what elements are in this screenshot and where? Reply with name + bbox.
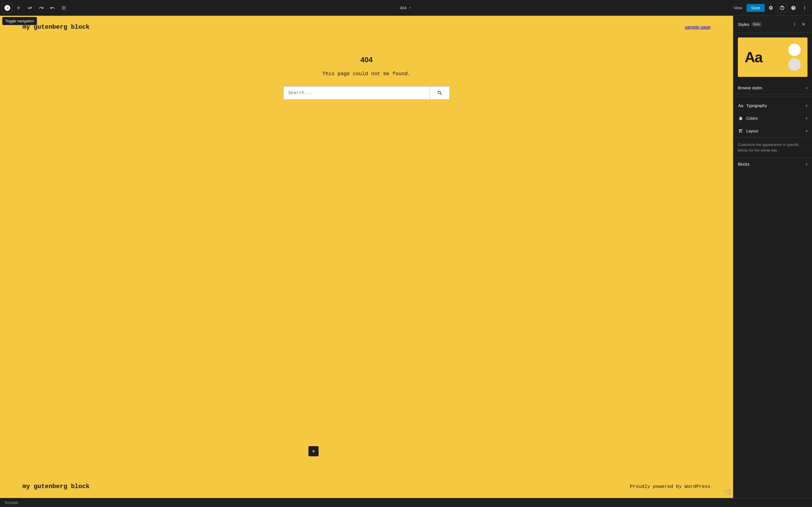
page-title-text: 404 bbox=[400, 6, 406, 10]
coord-y: 730 bbox=[726, 492, 731, 496]
more-options-icon bbox=[802, 5, 807, 10]
browse-styles-label: Browse styles bbox=[738, 86, 762, 90]
canvas-page: my gutenberg block sample page 404 This … bbox=[0, 16, 733, 498]
toolbar: 404 View Save bbox=[0, 0, 812, 16]
site-footer: my gutenberg block Proudly powered by Wo… bbox=[0, 475, 733, 498]
styles-panel: Styles Beta Aa Browse styles bbox=[733, 16, 812, 498]
colors-label: Colors bbox=[746, 116, 758, 121]
settings-button[interactable] bbox=[766, 3, 776, 13]
typography-chevron bbox=[806, 103, 808, 108]
blocks-label: Blocks bbox=[738, 162, 749, 166]
add-block-icon bbox=[311, 449, 316, 454]
panel-title-row: Styles Beta bbox=[738, 22, 762, 27]
customize-text: Customize the appearance of specific blo… bbox=[733, 137, 812, 158]
chevron-down-icon bbox=[408, 6, 412, 10]
panel-close-button[interactable] bbox=[800, 20, 808, 28]
droplet-icon bbox=[739, 116, 743, 121]
undo-icon bbox=[39, 5, 44, 10]
typography-label: Typography bbox=[746, 103, 767, 108]
search-form bbox=[283, 86, 450, 100]
close-icon bbox=[801, 22, 806, 26]
panel-more-icon bbox=[792, 22, 797, 26]
appearance-button[interactable] bbox=[777, 3, 787, 13]
search-input[interactable] bbox=[283, 86, 430, 100]
colors-option[interactable]: Colors bbox=[733, 112, 812, 124]
appearance-icon bbox=[779, 5, 784, 10]
error-code: 404 bbox=[360, 55, 372, 64]
more-options-button[interactable] bbox=[800, 3, 810, 13]
settings-icon bbox=[768, 5, 773, 10]
browse-styles-item[interactable]: Browse styles bbox=[733, 81, 812, 94]
typography-option-left: Aa Typography bbox=[738, 103, 767, 108]
toolbar-center: 404 bbox=[397, 4, 415, 12]
nav-sample-page[interactable]: sample page bbox=[684, 25, 711, 30]
main-area: my gutenberg block sample page 404 This … bbox=[0, 16, 812, 498]
colors-option-left: Colors bbox=[738, 116, 758, 121]
help-button[interactable] bbox=[788, 3, 799, 13]
colors-icon bbox=[738, 116, 744, 121]
status-bar: Template bbox=[0, 498, 812, 507]
preview-circle-1 bbox=[788, 44, 801, 56]
colors-chevron bbox=[806, 115, 808, 121]
layout-option[interactable]: Layout bbox=[733, 124, 812, 137]
footer-credit: Proudly powered by WordPress bbox=[630, 484, 711, 489]
help-icon bbox=[791, 5, 796, 10]
wp-logo-button[interactable] bbox=[2, 3, 12, 13]
view-button[interactable]: View bbox=[730, 4, 746, 12]
page-title-button[interactable]: 404 bbox=[397, 4, 415, 12]
document-overview-icon bbox=[61, 5, 66, 10]
blocks-chevron bbox=[806, 161, 808, 167]
template-label: Template bbox=[4, 501, 18, 505]
add-icon bbox=[16, 5, 21, 10]
save-button[interactable]: Save bbox=[747, 4, 765, 12]
wp-logo-icon bbox=[4, 4, 11, 11]
tools-button[interactable] bbox=[25, 3, 35, 13]
canvas-area: my gutenberg block sample page 404 This … bbox=[0, 16, 733, 498]
redo-button[interactable] bbox=[47, 3, 57, 13]
toggle-nav-tooltip: Toggle navigation bbox=[2, 17, 37, 25]
svg-rect-2 bbox=[739, 129, 742, 130]
layout-chevron bbox=[806, 128, 808, 134]
layout-option-left: Layout bbox=[738, 129, 758, 133]
document-overview-button[interactable] bbox=[59, 3, 69, 13]
add-block-toolbar-button[interactable] bbox=[13, 3, 24, 13]
toolbar-right: View Save bbox=[730, 3, 810, 13]
layout-label: Layout bbox=[746, 129, 758, 133]
preview-circles bbox=[788, 44, 801, 71]
panel-divider-1 bbox=[733, 97, 812, 97]
panel-header-actions bbox=[791, 20, 808, 28]
add-block-canvas-button[interactable] bbox=[308, 446, 319, 456]
panel-title: Styles bbox=[738, 22, 749, 27]
layout-svg-icon bbox=[739, 129, 743, 133]
search-icon bbox=[437, 90, 443, 96]
browse-styles-chevron bbox=[806, 85, 808, 91]
site-header: my gutenberg block sample page bbox=[0, 16, 733, 39]
tools-icon bbox=[28, 5, 33, 10]
site-nav: sample page bbox=[684, 25, 711, 30]
style-preview: Aa bbox=[738, 38, 808, 77]
page-content: 404 This page could not be found. bbox=[0, 39, 733, 475]
coord-x: 1,436 bbox=[723, 489, 731, 492]
beta-badge: Beta bbox=[752, 22, 762, 26]
typography-option[interactable]: Aa Typography bbox=[733, 99, 812, 112]
redo-icon bbox=[50, 5, 55, 10]
preview-typography: Aa bbox=[745, 49, 762, 66]
footer-site-title: my gutenberg block bbox=[22, 483, 90, 490]
preview-circle-2 bbox=[788, 58, 801, 71]
svg-rect-3 bbox=[739, 130, 741, 132]
blocks-row[interactable]: Blocks bbox=[733, 158, 812, 170]
error-message: This page could not be found. bbox=[322, 71, 410, 76]
panel-more-button[interactable] bbox=[791, 20, 799, 28]
undo-button[interactable] bbox=[36, 3, 46, 13]
coordinates: 1,436 730 bbox=[723, 489, 731, 496]
layout-icon bbox=[738, 129, 744, 133]
toolbar-left bbox=[2, 3, 69, 13]
typography-icon: Aa bbox=[738, 103, 744, 108]
panel-header: Styles Beta bbox=[733, 16, 812, 33]
search-button[interactable] bbox=[430, 86, 450, 100]
